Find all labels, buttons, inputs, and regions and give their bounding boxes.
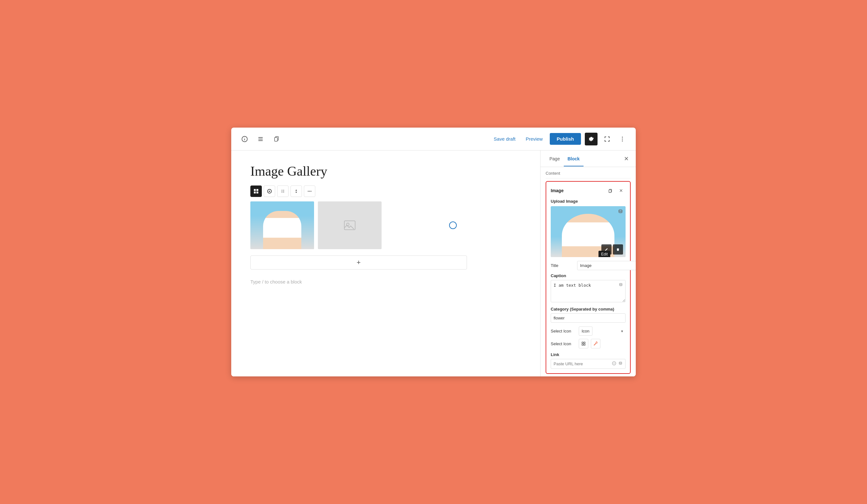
info-icon-button[interactable] (239, 133, 250, 145)
svg-rect-11 (254, 189, 256, 191)
svg-point-17 (283, 190, 284, 190)
svg-point-21 (283, 192, 284, 193)
publish-button[interactable]: Publish (550, 133, 581, 145)
svg-point-19 (283, 191, 284, 191)
icon-picker-button[interactable] (579, 339, 588, 348)
page-title: Image Gallery (250, 163, 521, 179)
select-icon-wrapper: Icon (579, 327, 625, 336)
block-toolbar (250, 186, 521, 197)
image-block-icons: ✕ (606, 186, 625, 195)
svg-rect-28 (609, 190, 611, 193)
select-icon-row-1: Select Icon Icon (551, 327, 625, 336)
gallery-images (250, 201, 521, 249)
icon-settings-button[interactable] (591, 339, 600, 348)
svg-rect-34 (584, 342, 585, 343)
svg-rect-14 (256, 191, 258, 194)
caption-wrapper: I am text block (551, 280, 625, 304)
category-label: Category (Separated by comma) (551, 307, 625, 311)
upload-label: Upload Image (551, 199, 625, 204)
loading-indicator (449, 221, 457, 229)
svg-point-2 (244, 138, 245, 138)
caption-label: Caption (551, 273, 625, 278)
svg-rect-3 (258, 137, 263, 138)
svg-rect-4 (258, 139, 263, 139)
gallery-image-2[interactable] (318, 201, 382, 249)
link-input[interactable] (554, 361, 610, 366)
svg-point-22 (308, 191, 309, 192)
svg-rect-35 (582, 344, 583, 345)
tab-page[interactable]: Page (546, 151, 564, 166)
fullscreen-button[interactable] (601, 133, 613, 145)
svg-rect-5 (258, 140, 263, 141)
top-bar: Save draft Preview Publish (231, 128, 636, 151)
image-block-header: Image ✕ (551, 186, 625, 195)
editor-area[interactable]: Image Gallery (231, 151, 540, 376)
svg-rect-36 (584, 344, 585, 345)
svg-point-20 (281, 192, 282, 193)
caption-input[interactable]: I am text block (551, 280, 625, 302)
caption-db-icon (619, 283, 623, 288)
link-db-icon (618, 361, 623, 366)
add-block-button[interactable]: + (250, 255, 467, 270)
save-draft-button[interactable]: Save draft (491, 134, 518, 143)
top-bar-left (239, 133, 491, 145)
type-hint: Type / to choose a block (250, 279, 521, 284)
gallery-image-1[interactable] (250, 201, 314, 249)
link-label: Link (551, 352, 625, 357)
db-icon-upload (618, 209, 623, 215)
editor-window: Save draft Preview Publish (231, 128, 636, 376)
svg-point-23 (309, 191, 310, 192)
panel-tabs: Page Block ✕ (540, 151, 636, 167)
edit-button[interactable] (264, 186, 275, 197)
select-icon-dropdown[interactable]: Icon (579, 327, 592, 336)
right-panel: Page Block ✕ Content Image (540, 151, 636, 376)
more-block-options[interactable] (304, 186, 315, 197)
top-bar-right: Save draft Preview Publish (491, 133, 628, 145)
title-field-label: Title (551, 263, 575, 268)
svg-rect-33 (582, 342, 583, 343)
duplicate-block-button[interactable] (606, 186, 615, 195)
svg-point-37 (612, 362, 616, 365)
select-icon-label-2: Select Icon (551, 341, 576, 346)
svg-rect-12 (256, 189, 258, 191)
move-arrows[interactable] (290, 186, 302, 197)
link-settings-icon[interactable] (612, 361, 616, 366)
settings-button[interactable] (585, 133, 598, 145)
panel-content: Content Image (540, 167, 636, 376)
content-section-label: Content (546, 167, 631, 178)
svg-rect-13 (254, 191, 256, 194)
upload-image-area[interactable]: Edit (551, 206, 625, 257)
svg-point-38 (619, 362, 622, 363)
title-field-row: Title (551, 261, 625, 270)
gallery-view-button[interactable] (250, 186, 262, 197)
panel-close-button[interactable]: ✕ (622, 154, 631, 163)
list-view-button[interactable] (255, 133, 266, 145)
svg-point-9 (622, 139, 623, 139)
select-icon-label-1: Select Icon (551, 329, 576, 333)
main-content: Image Gallery (231, 151, 636, 376)
svg-point-10 (622, 140, 623, 141)
svg-point-8 (622, 136, 623, 138)
image-block-title: Image (551, 188, 606, 193)
svg-point-32 (620, 284, 622, 284)
drag-handle[interactable] (277, 186, 289, 197)
delete-image-button[interactable] (613, 244, 623, 254)
tab-block[interactable]: Block (564, 151, 584, 166)
image-block-panel: Image ✕ (546, 181, 631, 374)
svg-point-18 (281, 191, 282, 191)
link-input-row (551, 359, 625, 369)
close-block-button[interactable]: ✕ (617, 186, 625, 195)
preview-button[interactable]: Preview (522, 134, 546, 143)
svg-point-30 (619, 210, 622, 211)
edit-tooltip: Edit (599, 251, 610, 257)
title-input[interactable] (577, 261, 636, 270)
select-icon-row-2: Select Icon (551, 339, 625, 348)
svg-point-24 (311, 191, 311, 192)
svg-point-16 (281, 190, 282, 190)
category-input[interactable] (551, 314, 625, 322)
tools-button[interactable] (271, 133, 282, 145)
more-options-button[interactable] (617, 133, 628, 145)
svg-rect-7 (275, 138, 277, 141)
